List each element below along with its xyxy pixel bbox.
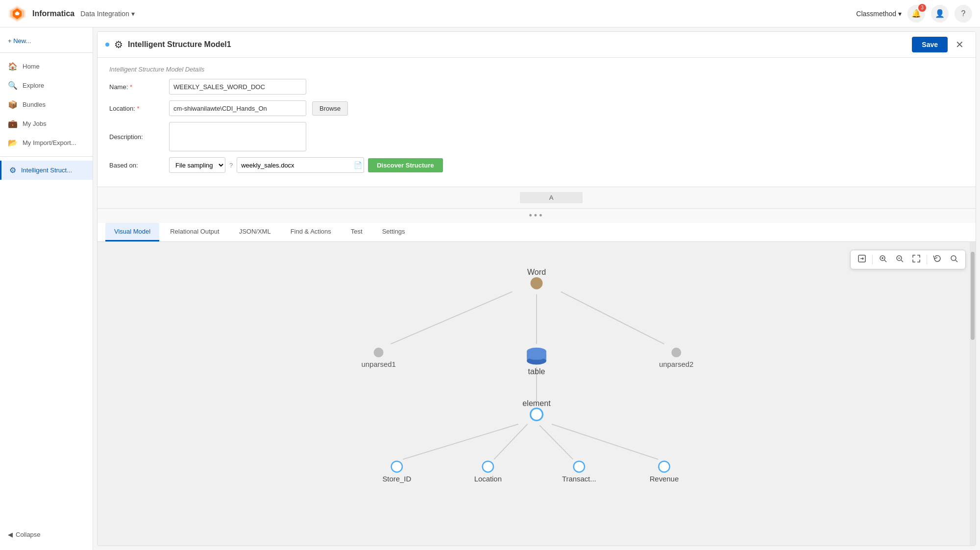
svg-text:Store_ID: Store_ID [382,475,411,483]
tool-divider-2 [927,255,927,264]
collapse-button[interactable]: ◀ Collapse [8,531,85,538]
zoom-in-icon [879,254,887,263]
sidebar-item-home[interactable]: 🏠 Home [0,57,93,76]
sidebar-item-explore[interactable]: 🔍 Explore [0,76,93,95]
tab-visual-model[interactable]: Visual Model [105,223,159,241]
svg-line-8 [884,260,886,262]
name-input[interactable] [169,79,306,95]
file-browse-icon[interactable]: 📄 [354,161,362,169]
name-row: Name: * [109,79,964,95]
org-selector[interactable]: Classmethod ▾ [856,10,902,18]
svg-text:Transact...: Transact... [562,475,596,483]
expand-dots[interactable]: ••• [529,211,544,221]
browse-button[interactable]: Browse [312,101,348,116]
based-on-controls: File sampling Manual Database ? 📄 Discov… [169,157,443,173]
description-input[interactable] [169,122,306,151]
file-input[interactable] [237,157,364,173]
svg-text:element: element [522,399,551,407]
svg-point-25 [374,348,384,358]
node-table[interactable]: table [527,348,546,376]
node-word[interactable]: Word [527,267,546,289]
node-location[interactable]: Location [474,461,502,483]
sidebar-item-import-export[interactable]: 📂 My Import/Export... [0,133,93,152]
save-button[interactable]: Save [912,37,948,52]
notification-badge: 3 [918,4,926,12]
sidebar-divider [0,52,93,53]
main-content: ⚙ Intelligent Structure Model1 Save ✕ In… [93,27,980,550]
zoom-in-button[interactable] [876,252,890,267]
reset-icon [933,254,942,263]
node-unparsed2[interactable]: unparsed2 [659,348,693,369]
export-button[interactable] [855,252,869,267]
svg-point-12 [951,256,956,261]
explore-icon: 🔍 [8,81,18,90]
panel-header: ⚙ Intelligent Structure Model1 Save ✕ [98,32,976,58]
discover-structure-button[interactable]: Discover Structure [368,158,442,172]
based-on-row: Based on: File sampling Manual Database … [109,157,964,173]
help-icon[interactable]: ? [229,162,233,169]
app-name: Informatica [32,9,74,18]
svg-point-34 [531,408,543,421]
svg-text:Location: Location [474,475,502,483]
tab-relational-output[interactable]: Relational Output [161,223,228,241]
svg-text:Word: Word [527,267,546,276]
node-transaction[interactable]: Transact... [562,461,596,483]
topbar-left: Informatica Data Integration ▾ [8,4,135,23]
scrollbar-thumb[interactable] [971,252,975,340]
struct-icon: ⚙ [9,166,16,175]
svg-line-21 [539,425,573,459]
panel: ⚙ Intelligent Structure Model1 Save ✕ In… [97,31,976,546]
notification-button[interactable]: 🔔 3 [907,5,925,23]
svg-text:unparsed2: unparsed2 [659,360,693,368]
description-row: Description: [109,122,964,151]
svg-text:table: table [528,367,545,376]
col-header-a: A [139,189,964,206]
reset-button[interactable] [930,252,945,267]
import-export-icon: 📂 [8,138,18,147]
fit-button[interactable] [909,252,924,267]
tab-find-actions[interactable]: Find & Actions [282,223,340,241]
help-button[interactable]: ? [955,5,972,23]
svg-point-30 [527,353,546,360]
form-section: Intelligent Structure Model Details Name… [98,58,976,187]
svg-point-36 [392,461,402,472]
node-store-id[interactable]: Store_ID [382,461,411,483]
location-input[interactable] [169,100,306,116]
new-button[interactable]: + New... [0,33,93,48]
name-required: * [130,83,132,91]
tabs-row: Visual Model Relational Output JSON/XML … [98,223,976,242]
model-graph: Word unparsed1 table [98,242,976,546]
panel-title-row: ⚙ Intelligent Structure Model1 [105,39,231,50]
user-button[interactable]: 👤 [931,5,949,23]
dots-row: ••• [98,209,976,223]
based-on-select[interactable]: File sampling Manual Database [169,157,225,173]
svg-point-42 [659,461,669,472]
node-revenue[interactable]: Revenue [650,461,679,483]
fit-icon [912,254,921,263]
sidebar-item-bundles[interactable]: 📦 Bundles [0,95,93,114]
svg-point-32 [671,348,681,358]
status-dot [105,43,109,47]
canvas-area: Word unparsed1 table [98,242,976,546]
canvas-search-button[interactable] [947,252,961,267]
node-unparsed1[interactable]: unparsed1 [361,348,395,369]
tab-json-xml[interactable]: JSON/XML [230,223,280,241]
description-label: Description: [109,133,163,141]
svg-line-13 [956,260,957,262]
section-title: Intelligent Structure Model Details [109,66,964,73]
tab-test[interactable]: Test [342,223,371,241]
node-element[interactable]: element [522,399,551,421]
sidebar-item-intelligent-struct[interactable]: ⚙ Intelligent Struct... [0,161,93,180]
panel-actions: Save ✕ [912,37,968,52]
canvas-search-icon [950,254,958,263]
zoom-out-button[interactable] [892,252,907,267]
app-module[interactable]: Data Integration ▾ [80,10,135,18]
sidebar-divider-2 [0,156,93,157]
svg-line-15 [391,292,512,344]
svg-point-38 [483,461,493,472]
sidebar-item-my-jobs[interactable]: 💼 My Jobs [0,114,93,133]
close-button[interactable]: ✕ [952,37,968,52]
tab-settings[interactable]: Settings [373,223,414,241]
sidebar-bottom: ◀ Collapse [0,525,93,544]
svg-point-23 [531,277,543,289]
